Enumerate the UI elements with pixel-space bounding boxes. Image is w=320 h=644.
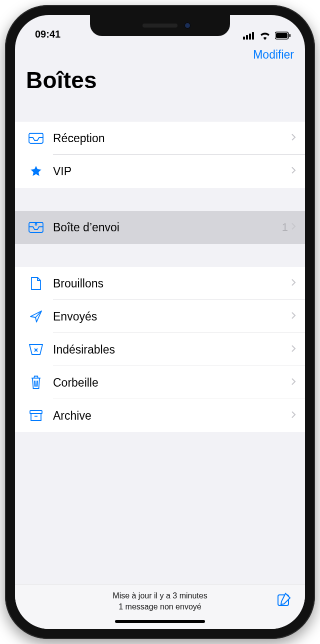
svg-rect-5 <box>276 33 288 38</box>
svg-rect-2 <box>249 34 251 40</box>
mailbox-group: Boîte d’envoi 1 <box>15 211 305 244</box>
mailbox-group: Brouillons Envoyés Indésirables <box>15 267 305 432</box>
chevron-right-icon <box>291 166 296 176</box>
status-line-2: 1 message non envoyé <box>112 601 207 612</box>
star-icon <box>26 165 46 178</box>
chevron-right-icon <box>291 411 296 421</box>
chevron-right-icon <box>291 345 296 355</box>
junk-icon <box>26 344 46 356</box>
mailbox-row-drafts[interactable]: Brouillons <box>15 267 305 300</box>
status-time: 09:41 <box>35 29 60 40</box>
tray-up-icon <box>26 222 46 233</box>
chevron-right-icon <box>291 222 296 232</box>
chevron-right-icon <box>291 311 296 321</box>
svg-rect-9 <box>30 411 42 414</box>
doc-icon <box>26 276 46 290</box>
home-indicator[interactable] <box>115 620 205 623</box>
mailbox-label: Envoyés <box>46 310 291 324</box>
mailbox-row-outbox[interactable]: Boîte d’envoi 1 <box>15 211 305 244</box>
mailbox-count: 1 <box>282 221 291 234</box>
compose-button[interactable] <box>276 591 292 609</box>
wifi-icon <box>259 31 271 40</box>
mailbox-label: Indésirables <box>46 343 291 357</box>
mailbox-row-vip[interactable]: VIP <box>15 155 305 188</box>
battery-icon <box>275 32 291 40</box>
mailbox-label: VIP <box>46 165 291 178</box>
mailbox-group: Réception VIP <box>15 122 305 188</box>
mailbox-label: Corbeille <box>46 376 291 390</box>
mailbox-row-archive[interactable]: Archive <box>15 399 305 432</box>
chevron-right-icon <box>291 133 296 143</box>
trash-icon <box>26 375 46 390</box>
status-line-1: Mise à jour il y a 3 minutes <box>112 590 207 601</box>
svg-rect-0 <box>243 37 245 40</box>
mailbox-label: Brouillons <box>46 277 291 290</box>
mailbox-row-sent[interactable]: Envoyés <box>15 300 305 333</box>
page-title: Boîtes <box>15 67 305 101</box>
svg-rect-7 <box>29 133 43 143</box>
chevron-right-icon <box>291 278 296 288</box>
tray-icon <box>26 133 46 144</box>
chevron-right-icon <box>291 378 296 388</box>
cellular-icon <box>243 32 255 40</box>
svg-rect-1 <box>246 35 248 40</box>
svg-rect-3 <box>252 32 254 40</box>
mailbox-row-inbox[interactable]: Réception <box>15 122 305 155</box>
mailbox-label: Archive <box>46 409 291 423</box>
archive-icon <box>26 410 46 422</box>
svg-rect-6 <box>290 34 291 37</box>
mailbox-label: Réception <box>46 132 291 145</box>
edit-button[interactable]: Modifier <box>253 48 294 62</box>
mailbox-label: Boîte d’envoi <box>46 221 282 234</box>
mailbox-row-trash[interactable]: Corbeille <box>15 366 305 399</box>
mailbox-row-junk[interactable]: Indésirables <box>15 333 305 366</box>
paperplane-icon <box>26 309 46 324</box>
